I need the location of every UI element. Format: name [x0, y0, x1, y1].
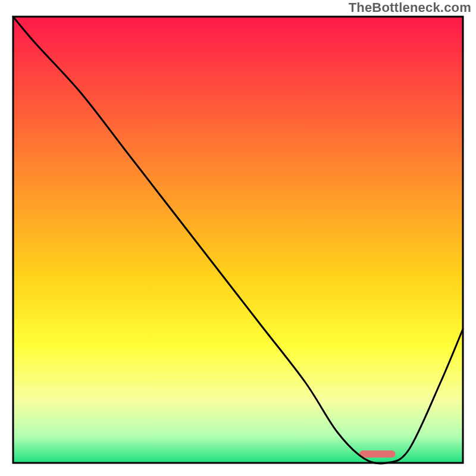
chart-background [13, 17, 463, 463]
chart-container: TheBottleneck.com [0, 0, 476, 476]
watermark-text: TheBottleneck.com [349, 0, 471, 15]
bottleneck-chart [0, 0, 476, 476]
optimal-range-marker [359, 450, 395, 458]
